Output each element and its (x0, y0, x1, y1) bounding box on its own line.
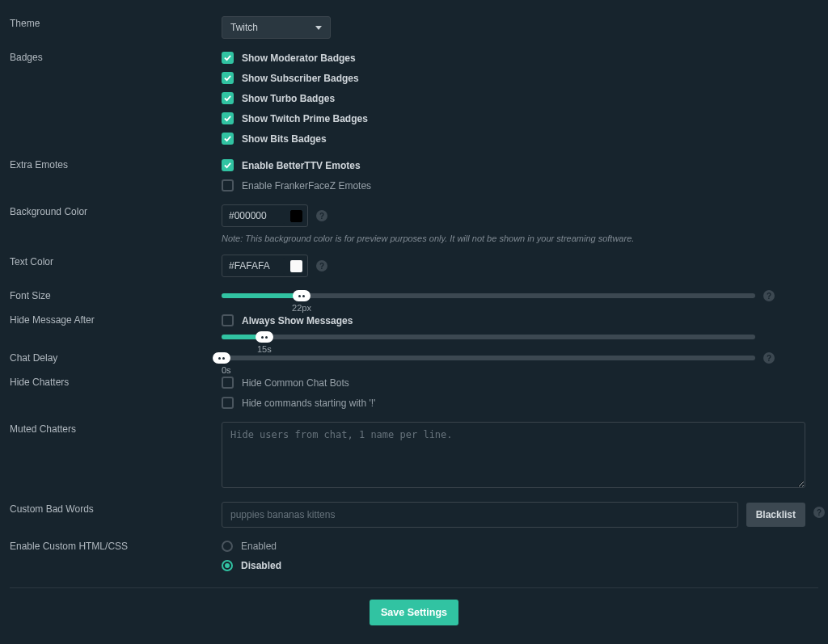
slider-thumb[interactable] (293, 290, 310, 301)
chat-delay-slider[interactable] (222, 356, 755, 360)
bad-words-input[interactable] (222, 502, 738, 528)
checkbox-betterttv[interactable] (222, 159, 234, 171)
checkbox-label: Show Subscriber Badges (242, 73, 359, 84)
checkbox-label: Enable BetterTTV Emotes (242, 160, 361, 171)
slider-thumb[interactable] (213, 352, 230, 364)
extra-emotes-label: Extra Emotes (10, 158, 222, 170)
checkbox-label: Show Bits Badges (242, 133, 327, 145)
font-size-label: Font Size (10, 288, 222, 301)
checkbox-subscriber-badges[interactable] (222, 72, 234, 84)
checkbox-label: Show Twitch Prime Badges (242, 113, 368, 124)
background-color-input[interactable] (227, 208, 285, 224)
background-color-swatch[interactable] (290, 210, 302, 222)
checkbox-label: Show Turbo Badges (242, 93, 335, 104)
chat-delay-value: 0s (222, 365, 231, 375)
checkbox-label: Enable FrankerFaceZ Emotes (242, 180, 371, 192)
theme-select[interactable]: Twitch (222, 16, 331, 39)
background-color-label: Background Color (10, 204, 222, 217)
checkbox-hide-commands[interactable] (222, 397, 234, 409)
radio-label: Enabled (241, 541, 277, 552)
muted-chatters-textarea[interactable] (222, 422, 805, 488)
font-size-value: 22px (292, 303, 311, 313)
hide-message-slider[interactable] (222, 335, 755, 339)
checkbox-label: Hide commands starting with '!' (242, 398, 375, 409)
checkbox-label: Hide Common Chat Bots (242, 377, 349, 389)
help-icon[interactable]: ? (316, 260, 327, 271)
muted-chatters-label: Muted Chatters (10, 422, 222, 435)
checkbox-frankerfacez[interactable] (222, 179, 234, 192)
checkbox-bits-badges[interactable] (222, 133, 234, 145)
custom-bad-words-label: Custom Bad Words (10, 502, 222, 515)
save-settings-button[interactable]: Save Settings (370, 600, 458, 625)
help-icon[interactable]: ? (763, 352, 775, 364)
help-icon[interactable]: ? (813, 507, 825, 518)
text-color-input[interactable] (227, 258, 285, 274)
radio-disabled[interactable] (222, 560, 233, 571)
divider (10, 587, 818, 588)
radio-label: Disabled (241, 560, 281, 571)
hide-message-after-label: Hide Message After (10, 313, 222, 326)
checkbox-label: Show Moderator Badges (242, 53, 356, 64)
enable-custom-html-label: Enable Custom HTML/CSS (10, 539, 222, 552)
text-color-swatch[interactable] (290, 260, 302, 272)
text-color-label: Text Color (10, 255, 222, 267)
checkbox-twitch-prime-badges[interactable] (222, 112, 234, 124)
checkbox-always-show-messages[interactable] (222, 314, 234, 326)
radio-enabled[interactable] (222, 541, 233, 552)
chevron-down-icon (315, 26, 322, 30)
checkbox-turbo-badges[interactable] (222, 92, 234, 104)
slider-thumb[interactable] (256, 331, 273, 343)
help-icon[interactable]: ? (316, 210, 327, 221)
hide-chatters-label: Hide Chatters (10, 375, 222, 388)
checkbox-moderator-badges[interactable] (222, 52, 234, 64)
checkbox-label: Always Show Messages (242, 315, 353, 326)
chat-delay-label: Chat Delay (10, 351, 222, 364)
blacklist-button[interactable]: Blacklist (746, 503, 805, 527)
theme-label: Theme (10, 16, 222, 29)
background-color-note: Note: This background color is for previ… (222, 234, 818, 243)
badges-label: Badges (10, 50, 222, 63)
theme-select-value: Twitch (230, 22, 258, 33)
checkbox-hide-common-bots[interactable] (222, 377, 234, 389)
font-size-slider[interactable] (222, 293, 755, 298)
help-icon[interactable]: ? (763, 290, 775, 301)
